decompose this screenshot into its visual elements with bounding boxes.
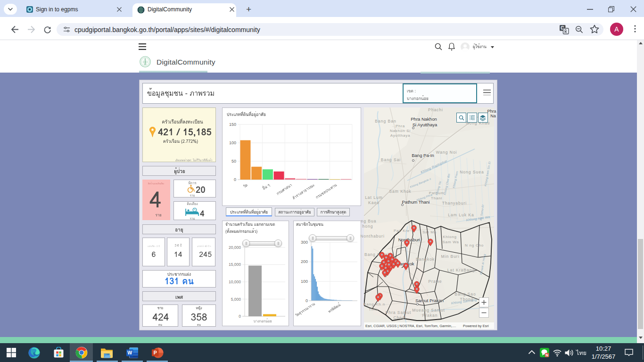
svg-text:W: W bbox=[127, 350, 132, 355]
svg-text:P: P bbox=[154, 350, 157, 355]
svg-text:N: N bbox=[545, 353, 548, 357]
